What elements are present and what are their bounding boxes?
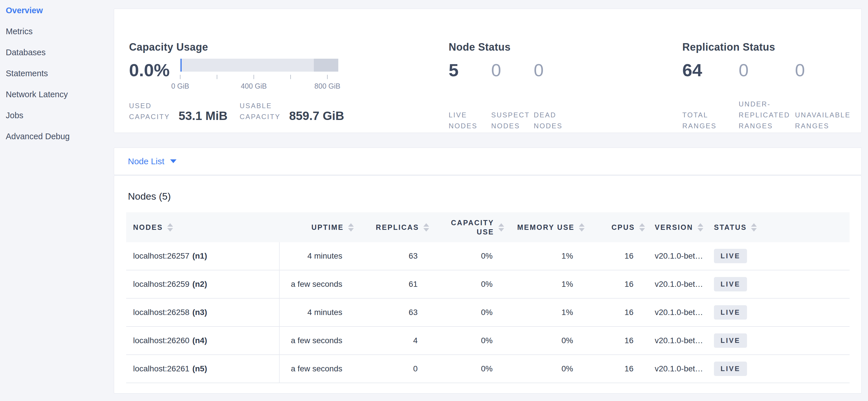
- sidebar-item-network-latency[interactable]: Network Latency: [6, 84, 112, 105]
- unavailable-ranges-label: UNAVAILABLERANGES: [795, 110, 851, 132]
- column-header-cpus[interactable]: CPUS: [585, 212, 645, 242]
- memory-use-cell: 0%: [504, 327, 585, 354]
- sort-icon[interactable]: [423, 223, 429, 232]
- unavailable-ranges-count: 0: [795, 61, 805, 79]
- memory-use-cell: 1%: [504, 242, 585, 270]
- node-name-cell[interactable]: localhost:26261 (n5): [126, 355, 280, 382]
- live-nodes-count: 5: [449, 61, 491, 79]
- live-nodes-label: LIVENODES: [449, 110, 491, 132]
- replicas-cell: 63: [354, 242, 429, 270]
- node-id: (n4): [192, 336, 207, 345]
- uptime-cell: 4 minutes: [280, 298, 354, 326]
- uptime-cell: a few seconds: [280, 270, 354, 298]
- uptime-cell: a few seconds: [280, 355, 354, 382]
- version-cell: v20.1.0-bet…: [645, 298, 714, 326]
- node-address: localhost:26257: [133, 251, 189, 261]
- sidebar: Overview Metrics Databases Statements Ne…: [0, 0, 112, 401]
- usable-capacity-value: 859.7 GiB: [289, 110, 344, 122]
- capacity-usage-title: Capacity Usage: [129, 41, 208, 53]
- node-name-cell[interactable]: localhost:26260 (n4): [126, 327, 280, 354]
- table-row: localhost:26257 (n1) 4 minutes 63 0% 1% …: [126, 242, 849, 270]
- status-cell: LIVE: [714, 270, 849, 298]
- version-cell: v20.1.0-bet…: [645, 270, 714, 298]
- memory-use-cell: 1%: [504, 270, 585, 298]
- table-row: localhost:26260 (n4) a few seconds 4 0% …: [126, 327, 849, 355]
- capacity-use-cell: 0%: [429, 327, 504, 354]
- capacity-usage-section: Capacity Usage 0.0% 0 GiB 400 GiB 800 Gi…: [129, 9, 451, 133]
- sort-icon[interactable]: [751, 223, 757, 232]
- node-name-cell[interactable]: localhost:26257 (n1): [126, 242, 280, 270]
- status-badge: LIVE: [714, 334, 747, 348]
- table-row: localhost:26261 (n5) a few seconds 0 0% …: [126, 355, 849, 383]
- node-list-dropdown-label: Node List: [128, 156, 164, 166]
- status-badge: LIVE: [714, 277, 747, 291]
- total-ranges-label: TOTALRANGES: [682, 110, 739, 132]
- capacity-bar-reserved-segment: [314, 59, 338, 71]
- status-cell: LIVE: [714, 355, 849, 382]
- column-header-nodes[interactable]: NODES: [126, 212, 280, 242]
- sidebar-item-jobs[interactable]: Jobs: [6, 105, 112, 126]
- column-header-capacity-use[interactable]: CAPACITY USE: [429, 212, 504, 242]
- column-header-status[interactable]: STATUS: [714, 212, 849, 242]
- sidebar-item-overview[interactable]: Overview: [6, 0, 112, 21]
- capacity-use-cell: 0%: [429, 242, 504, 270]
- uptime-cell: 4 minutes: [280, 242, 354, 270]
- memory-use-cell: 1%: [504, 298, 585, 326]
- version-cell: v20.1.0-bet…: [645, 327, 714, 354]
- node-address: localhost:26261: [133, 364, 189, 373]
- version-cell: v20.1.0-bet…: [645, 242, 714, 270]
- column-header-uptime[interactable]: UPTIME: [280, 212, 354, 242]
- sort-icon[interactable]: [348, 223, 354, 232]
- sort-icon[interactable]: [167, 223, 173, 232]
- capacity-bar-used-marker: [181, 59, 182, 71]
- replication-status-title: Replication Status: [682, 41, 775, 53]
- column-header-version[interactable]: VERSION: [645, 212, 714, 242]
- nodes-card-title: Nodes (5): [128, 191, 171, 202]
- sort-icon[interactable]: [639, 223, 645, 232]
- column-header-replicas[interactable]: REPLICAS: [354, 212, 429, 242]
- cpus-cell: 16: [585, 270, 645, 298]
- replicas-cell: 0: [354, 355, 429, 382]
- used-capacity-label-line1: USED: [129, 101, 170, 111]
- usable-capacity-label-line1: USABLE: [240, 101, 281, 111]
- capacity-bar-track: [180, 59, 338, 71]
- total-ranges-count: 64: [682, 61, 739, 79]
- sidebar-item-statements[interactable]: Statements: [6, 63, 112, 84]
- version-cell: v20.1.0-bet…: [645, 355, 714, 382]
- node-name-cell[interactable]: localhost:26259 (n2): [126, 270, 280, 298]
- replicas-cell: 63: [354, 298, 429, 326]
- node-name-cell[interactable]: localhost:26258 (n3): [126, 298, 280, 326]
- cluster-summary-card: Capacity Usage 0.0% 0 GiB 400 GiB 800 Gi…: [114, 9, 862, 133]
- status-cell: LIVE: [714, 298, 849, 326]
- sidebar-item-databases[interactable]: Databases: [6, 42, 112, 63]
- nodes-table: NODES UPTIME REPLICAS CAPACITY USE MEMOR…: [126, 212, 849, 383]
- used-capacity-value: 53.1 MiB: [179, 110, 227, 122]
- status-badge: LIVE: [714, 362, 747, 376]
- capacity-axis: 0 GiB 400 GiB 800 GiB: [180, 71, 338, 92]
- cpus-cell: 16: [585, 327, 645, 354]
- column-header-memory-use[interactable]: MEMORY USE: [504, 212, 585, 242]
- node-status-section: Node Status 5 0 0 LIVENODES SUSPECTNODES…: [449, 9, 673, 133]
- replication-status-section: Replication Status 64 0 0 TOTALRANGES UN…: [682, 9, 855, 133]
- status-cell: LIVE: [714, 327, 849, 354]
- dead-nodes-label: DEADNODES: [534, 110, 576, 132]
- sidebar-item-advanced-debug[interactable]: Advanced Debug: [6, 126, 112, 147]
- node-address: localhost:26260: [133, 336, 189, 345]
- capacity-use-cell: 0%: [429, 298, 504, 326]
- node-list-dropdown[interactable]: Node List: [128, 156, 177, 166]
- sort-icon[interactable]: [498, 223, 504, 232]
- sidebar-item-metrics[interactable]: Metrics: [6, 21, 112, 42]
- cpus-cell: 16: [585, 298, 645, 326]
- table-row: localhost:26259 (n2) a few seconds 61 0%…: [126, 270, 849, 298]
- used-capacity-stat: USED CAPACITY 53.1 MiB: [129, 101, 228, 122]
- status-badge: LIVE: [714, 305, 747, 320]
- dead-nodes-count: 0: [534, 61, 576, 79]
- sort-icon[interactable]: [698, 223, 703, 232]
- sort-icon[interactable]: [579, 223, 585, 232]
- nodes-card: Nodes (5) NODES UPTIME REPLICAS CAPACITY…: [114, 175, 862, 394]
- node-address: localhost:26258: [133, 308, 189, 317]
- memory-use-cell: 0%: [504, 355, 585, 382]
- used-capacity-label-line2: CAPACITY: [129, 111, 170, 122]
- suspect-nodes-label: SUSPECTNODES: [491, 110, 534, 132]
- node-id: (n1): [192, 251, 207, 261]
